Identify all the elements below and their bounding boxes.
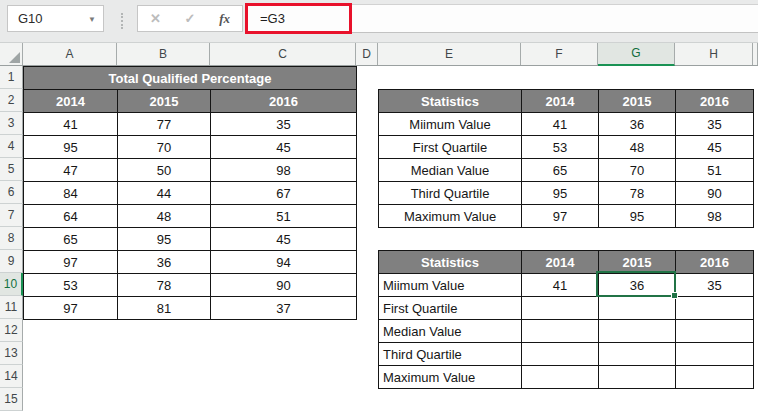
cell-A6[interactable]: 84 [24,182,118,205]
column-header-G[interactable]: G [598,43,675,66]
column-header-partial[interactable] [753,43,758,65]
cell-A4[interactable]: 95 [24,136,118,159]
cell-F6[interactable]: 95 [522,182,599,205]
cell-B6[interactable]: 44 [118,182,211,205]
cell-G4[interactable]: 48 [599,136,676,159]
cell-G13[interactable] [599,343,676,366]
cell-C4[interactable]: 45 [211,136,357,159]
cell-B4[interactable]: 70 [118,136,211,159]
cell-A11[interactable]: 97 [24,297,118,320]
cell-A9[interactable]: 97 [24,251,118,274]
cell-B11[interactable]: 81 [118,297,211,320]
row-header-13[interactable]: 13 [0,342,23,365]
cell-F9[interactable]: 2014 [522,251,599,274]
cell-B2[interactable]: 2015 [118,90,211,113]
cell-E13[interactable]: Third Quartile [379,343,522,366]
cell-E2[interactable]: Statistics [379,90,522,113]
cell-G7[interactable]: 95 [599,205,676,228]
cell-E4[interactable]: First Quartile [379,136,522,159]
cell-G11[interactable] [599,297,676,320]
cell-F11[interactable] [522,297,599,320]
cell-F2[interactable]: 2014 [522,90,599,113]
cell-G6[interactable]: 78 [599,182,676,205]
left-table-title[interactable]: Total Qualified Percentage [24,67,357,90]
cell-A7[interactable]: 64 [24,205,118,228]
cell-B10[interactable]: 78 [118,274,211,297]
cell-E11[interactable]: First Quartile [379,297,522,320]
cell-E14[interactable]: Maximum Value [379,366,522,389]
cell-F5[interactable]: 65 [522,159,599,182]
name-box-dropdown-icon[interactable]: ▼ [88,15,96,24]
row-header-4[interactable]: 4 [0,135,23,158]
cell-B8[interactable]: 95 [118,228,211,251]
cell-H5[interactable]: 51 [676,159,754,182]
cell-H2[interactable]: 2016 [676,90,754,113]
cell-C2[interactable]: 2016 [211,90,357,113]
sheet-area[interactable]: Total Qualified Percentage20142015201641… [23,66,758,411]
cell-A10[interactable]: 53 [24,274,118,297]
row-header-6[interactable]: 6 [0,181,23,204]
cell-G2[interactable]: 2015 [599,90,676,113]
cell-C5[interactable]: 98 [211,159,357,182]
row-header-1[interactable]: 1 [0,66,23,89]
cell-H13[interactable] [676,343,754,366]
row-header-9[interactable]: 9 [0,250,23,273]
cell-F7[interactable]: 97 [522,205,599,228]
cell-H9[interactable]: 2016 [676,251,754,274]
cell-E3[interactable]: Miimum Value [379,113,522,136]
cell-F14[interactable] [522,366,599,389]
cell-E6[interactable]: Third Quartile [379,182,522,205]
cell-E10[interactable]: Miimum Value [379,274,522,297]
cell-E5[interactable]: Median Value [379,159,522,182]
cell-C7[interactable]: 51 [211,205,357,228]
cell-G3[interactable]: 36 [599,113,676,136]
cell-B9[interactable]: 36 [118,251,211,274]
row-header-8[interactable]: 8 [0,227,23,250]
cell-B5[interactable]: 50 [118,159,211,182]
row-header-11[interactable]: 11 [0,296,23,319]
column-header-D[interactable]: D [356,43,378,65]
row-header-7[interactable]: 7 [0,204,23,227]
cell-C11[interactable]: 37 [211,297,357,320]
cell-H3[interactable]: 35 [676,113,754,136]
cell-F10[interactable]: 41 [522,274,599,297]
cell-F12[interactable] [522,320,599,343]
cancel-icon[interactable]: ✕ [150,11,161,26]
cell-F13[interactable] [522,343,599,366]
select-all-corner[interactable] [0,43,23,65]
cell-C3[interactable]: 35 [211,113,357,136]
cell-A5[interactable]: 47 [24,159,118,182]
name-box[interactable]: G10 ▼ [7,5,104,32]
fill-handle[interactable] [671,292,678,299]
enter-icon[interactable]: ✓ [185,11,196,26]
row-header-3[interactable]: 3 [0,112,23,135]
cell-G9[interactable]: 2015 [599,251,676,274]
cell-H7[interactable]: 98 [676,205,754,228]
cell-G14[interactable] [599,366,676,389]
cell-E12[interactable]: Median Value [379,320,522,343]
cell-H11[interactable] [676,297,754,320]
cell-H14[interactable] [676,366,754,389]
cell-B3[interactable]: 77 [118,113,211,136]
column-header-F[interactable]: F [521,43,598,65]
row-header-10[interactable]: 10 [0,273,23,296]
cell-A3[interactable]: 41 [24,113,118,136]
cell-A2[interactable]: 2014 [24,90,118,113]
cell-E7[interactable]: Maximum Value [379,205,522,228]
row-header-15[interactable]: 15 [0,388,23,411]
cell-E9[interactable]: Statistics [379,251,522,274]
cell-C10[interactable]: 90 [211,274,357,297]
column-header-A[interactable]: A [23,43,117,65]
column-header-E[interactable]: E [378,43,521,65]
cell-A8[interactable]: 65 [24,228,118,251]
cell-F3[interactable]: 41 [522,113,599,136]
insert-function-icon[interactable]: fx [219,11,230,27]
cell-H12[interactable] [676,320,754,343]
cell-G12[interactable] [599,320,676,343]
cell-H6[interactable]: 90 [676,182,754,205]
column-header-C[interactable]: C [210,43,356,65]
row-header-12[interactable]: 12 [0,319,23,342]
cell-H4[interactable]: 45 [676,136,754,159]
row-header-14[interactable]: 14 [0,365,23,388]
row-header-2[interactable]: 2 [0,89,23,112]
